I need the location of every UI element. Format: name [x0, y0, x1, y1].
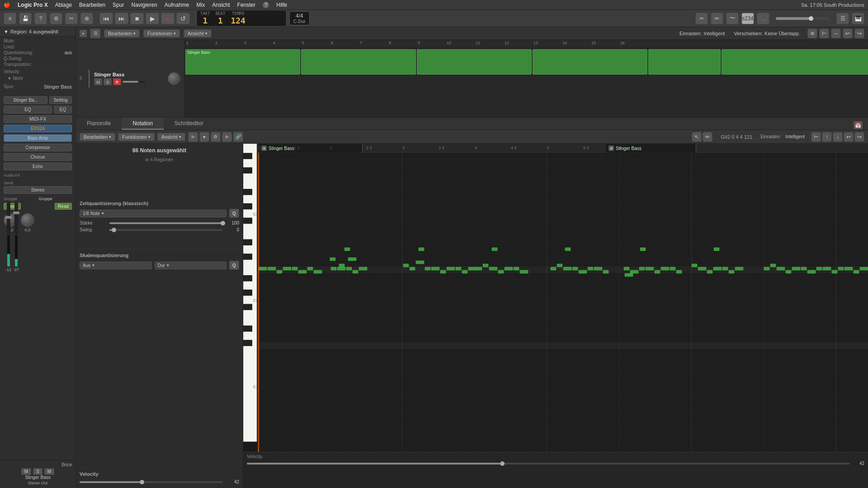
tab-schritteditor[interactable]: Schritteditor [164, 117, 214, 130]
menu-aufnahme[interactable]: Aufnahme [165, 2, 189, 8]
pan-knob-2[interactable] [21, 213, 34, 227]
menu-spur[interactable]: Spur [113, 2, 124, 8]
apple-menu[interactable]: 🍎 [4, 2, 10, 8]
pr-tool-5[interactable]: 🔗 [233, 132, 243, 142]
track-mute-btn[interactable]: M [94, 78, 102, 85]
staerke-slider[interactable] [109, 222, 223, 224]
menu-mix[interactable]: Mix [197, 2, 205, 8]
channel-solo-btn[interactable]: S [33, 468, 42, 475]
pr-grid[interactable]: 1 1 3 2 2 3 3 3 3 4 4 3 5 5 3 6 [258, 144, 868, 452]
eq-button[interactable]: EQ [54, 106, 72, 113]
menu-navigieren[interactable]: Navigieren [131, 2, 157, 8]
einrasten-value[interactable]: Intelligent [703, 31, 725, 36]
pr-right-tool-4[interactable]: ↩ [844, 132, 854, 142]
toolbar-scissors-btn[interactable]: ✂ [695, 13, 708, 24]
pr-funktionen-btn[interactable]: Funktionen [118, 133, 154, 141]
pr-tool-2[interactable]: ● [199, 132, 209, 142]
toolbar-list-btn[interactable]: ☰ [836, 13, 849, 24]
pr-tool-3[interactable]: ⚙ [211, 132, 221, 142]
fader-2[interactable] [14, 202, 18, 234]
master-volume-slider[interactable] [776, 17, 830, 20]
pr-einrasten-value[interactable]: Intelligent [785, 134, 805, 139]
region-4[interactable] [533, 49, 647, 75]
track-record-btn[interactable]: R [113, 78, 121, 85]
pr-cursor-tool[interactable]: ↖ [692, 132, 702, 142]
toolbar-wave-btn[interactable]: 〜 [726, 13, 739, 24]
swing-slider[interactable] [109, 229, 223, 231]
tracks-tool-3[interactable]: ↔ [831, 28, 841, 38]
echo-slot[interactable]: Echo [4, 163, 72, 170]
send-slot[interactable]: Stereo [4, 186, 72, 194]
setting-button[interactable]: Setting [49, 96, 72, 104]
region-1[interactable]: Stinger Bass [185, 49, 300, 75]
region-6[interactable] [722, 49, 868, 75]
tracks-tool-2[interactable]: ⊢ [819, 28, 829, 38]
transport-play[interactable]: ▶ [146, 13, 159, 24]
fader-1[interactable] [7, 202, 10, 234]
pr-pencil-tool[interactable]: ✏ [703, 132, 712, 142]
tab-pianorolle[interactable]: Pianorolle [76, 117, 122, 130]
bass-amp-slot[interactable]: Bass Amp [4, 134, 72, 142]
channel-mute-btn[interactable]: M [21, 468, 31, 475]
tracks-bearbeiten-btn[interactable]: Bearbeiten [104, 29, 140, 38]
pr-right-tool-3[interactable]: ↓ [833, 132, 843, 142]
toolbar-piano-btn[interactable]: 🎹 [852, 13, 864, 24]
pr-tool-1[interactable]: ⊳ [188, 132, 198, 142]
transport-record[interactable]: ● [161, 13, 175, 24]
instrument-name-display[interactable]: Stinger Ba... [4, 96, 47, 104]
mehr-button[interactable]: ▼ Mehr [4, 75, 72, 82]
menu-help-icon[interactable]: ? [263, 2, 269, 8]
pr-right-tool-5[interactable]: ↪ [854, 132, 864, 142]
midi-fx-slot[interactable]: MIDI-FX [4, 115, 72, 123]
tracks-funktionen-btn[interactable]: Funktionen [143, 29, 179, 38]
menu-fenster[interactable]: Fenster [237, 2, 256, 8]
note-quantize-select[interactable]: 1/8 Note [80, 210, 226, 217]
tracks-tool-5[interactable]: ↪ [854, 28, 864, 38]
transport-stop[interactable]: ■ [130, 13, 144, 24]
track-list-btn[interactable]: ☰ [90, 29, 100, 38]
region-2[interactable] [301, 49, 416, 75]
track-pan-knob[interactable] [168, 72, 180, 85]
quantize-q-btn[interactable]: Q [229, 209, 239, 218]
tracks-tool-4[interactable]: ↩ [843, 28, 853, 38]
quantisierung-value[interactable]: aus [65, 50, 72, 55]
compressor-slot[interactable]: Compressor [4, 144, 72, 151]
exs24-slot[interactable]: EXS24 [4, 125, 72, 132]
region-5[interactable] [648, 49, 721, 75]
transport-rewind[interactable]: ⏮ [99, 13, 113, 24]
toolbar-save-btn[interactable]: 💾 [19, 13, 32, 24]
transport-loop[interactable]: ↺ [176, 13, 190, 24]
add-track-btn[interactable]: + [80, 30, 87, 37]
tracks-tool-1[interactable]: ≋ [807, 28, 817, 38]
pr-right-tool-2[interactable]: ↑ [822, 132, 832, 142]
pr-ansicht-btn[interactable]: Ansicht [157, 133, 185, 141]
track-volume-mini[interactable] [123, 81, 145, 83]
track-solo-btn[interactable]: S [104, 78, 112, 85]
chorus-slot[interactable]: Chorus [4, 153, 72, 161]
dur-select[interactable]: Dur [155, 262, 227, 269]
toolbar-smart-btn[interactable]: ⊕ [80, 13, 93, 24]
velocity-main-slider[interactable] [247, 463, 850, 465]
menu-hilfe[interactable]: Hilfe [276, 2, 287, 8]
region-triangle[interactable]: ▼ [4, 29, 9, 34]
toolbar-active-btn[interactable]: s234 [741, 13, 754, 24]
channel-m2-btn[interactable]: M [44, 468, 54, 475]
toolbar-left-panel-btn[interactable]: ≡ [4, 13, 16, 24]
toolbar-settings-btn[interactable]: ⚙ [50, 13, 62, 24]
menu-bearbeiten[interactable]: Bearbeiten [79, 2, 105, 8]
tab-notation[interactable]: Notation [122, 117, 164, 130]
toolbar-headphone-btn[interactable]: 🎧 [757, 13, 769, 24]
region-3[interactable] [417, 49, 532, 75]
verschieben-value[interactable]: Keine Überlapp. [764, 31, 800, 36]
pr-bearbeiten-btn[interactable]: Bearbeiten [80, 133, 115, 141]
toolbar-help-btn[interactable]: ? [34, 13, 47, 24]
pr-right-tool-1[interactable]: ⊢ [811, 132, 821, 142]
transport-forward[interactable]: ⏭ [115, 13, 128, 24]
read-button-2[interactable]: Read [55, 203, 72, 210]
velocity-slider[interactable] [80, 481, 223, 483]
skala-q-btn[interactable]: Q [229, 261, 239, 270]
menu-ansicht[interactable]: Ansicht [212, 2, 230, 8]
toolbar-edit-btn[interactable]: ✂ [65, 13, 78, 24]
eq-slot[interactable]: EQ [4, 106, 52, 113]
time-signature-display[interactable]: 4/4 C-Dur [289, 11, 310, 25]
